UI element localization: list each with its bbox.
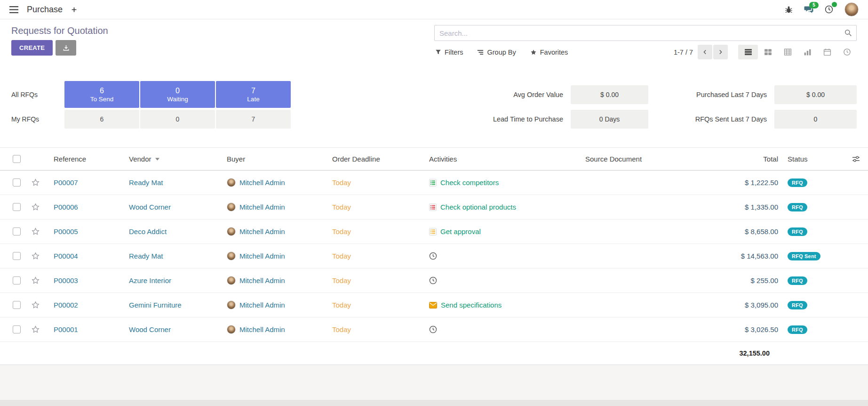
activity-link[interactable]: Get approval xyxy=(440,227,481,235)
app-name[interactable]: Purchase xyxy=(27,5,63,15)
vendor-link[interactable]: Gemini Furniture xyxy=(129,301,182,309)
status-badge: RFQ xyxy=(788,301,807,309)
vendor-link[interactable]: Ready Mat xyxy=(129,179,163,187)
user-menu-button[interactable] xyxy=(843,0,860,18)
filters-button[interactable]: Filters xyxy=(434,47,464,58)
search-icon[interactable] xyxy=(844,29,852,37)
vendor-link[interactable]: Wood Corner xyxy=(129,325,171,333)
activity-link[interactable]: Check optional products xyxy=(440,203,516,211)
row-checkbox[interactable] xyxy=(13,325,21,333)
row-checkbox[interactable] xyxy=(13,252,21,260)
create-button[interactable]: CREATE xyxy=(11,40,53,56)
vendor-link[interactable]: Deco Addict xyxy=(129,227,167,235)
total-amount: $ 1,222.50 xyxy=(745,179,778,187)
activity-clock-icon[interactable] xyxy=(429,325,437,333)
activity-list-icon[interactable] xyxy=(429,203,437,211)
favorite-star-icon[interactable] xyxy=(31,227,40,236)
favorite-star-icon[interactable] xyxy=(31,276,40,285)
filters-label: Filters xyxy=(445,49,463,56)
kpi-count: 7 xyxy=(251,86,255,95)
kpi-to-send[interactable]: 6 To Send xyxy=(64,81,139,108)
column-header-vendor[interactable]: Vendor xyxy=(121,148,219,170)
favorite-star-icon[interactable] xyxy=(31,300,40,309)
activities-button[interactable] xyxy=(823,3,835,16)
column-header-deadline[interactable]: Order Deadline xyxy=(325,148,422,170)
row-checkbox[interactable] xyxy=(13,179,21,187)
favorite-star-icon[interactable] xyxy=(31,252,40,260)
vendor-link[interactable]: Wood Corner xyxy=(129,203,171,211)
kpi-my-to-send[interactable]: 6 xyxy=(64,110,139,129)
vendor-link[interactable]: Ready Mat xyxy=(129,252,163,260)
reference-link[interactable]: P00005 xyxy=(54,227,78,235)
row-checkbox[interactable] xyxy=(13,276,21,284)
favorite-star-icon[interactable] xyxy=(31,203,40,211)
buyer-link[interactable]: Mitchell Admin xyxy=(239,325,285,333)
pager-previous-button[interactable] xyxy=(698,45,712,59)
messages-button[interactable]: 5 xyxy=(802,4,815,16)
column-header-buyer[interactable]: Buyer xyxy=(219,148,325,170)
menu-button[interactable] xyxy=(8,4,20,15)
activity-view-button[interactable] xyxy=(837,45,857,59)
favorites-button[interactable]: Favorites xyxy=(529,47,569,58)
pivot-view-button[interactable] xyxy=(778,45,797,59)
kanban-view-button[interactable] xyxy=(758,45,778,59)
download-button[interactable] xyxy=(56,40,76,56)
column-header-status[interactable]: Status xyxy=(785,148,844,170)
reference-link[interactable]: P00006 xyxy=(54,203,78,211)
activity-envelope-icon[interactable] xyxy=(429,302,437,309)
row-checkbox[interactable] xyxy=(13,203,21,211)
graph-view-button[interactable] xyxy=(797,45,817,59)
kpi-waiting[interactable]: 0 Waiting xyxy=(140,81,215,108)
row-checkbox[interactable] xyxy=(13,227,21,235)
column-header-reference[interactable]: Reference xyxy=(46,148,121,170)
table-row[interactable]: P00005 Deco Addict Mitchell Admin Today … xyxy=(0,219,868,244)
table-row[interactable]: P00001 Wood Corner Mitchell Admin Today … xyxy=(0,317,868,342)
dashboard-stats: Avg Order Value $ 0.00 Purchased Last 7 … xyxy=(469,81,857,129)
kpi-late[interactable]: 7 Late xyxy=(216,81,291,108)
table-row[interactable]: P00007 Ready Mat Mitchell Admin Today Ch… xyxy=(0,171,868,195)
status-badge: RFQ Sent xyxy=(788,252,820,260)
buyer-link[interactable]: Mitchell Admin xyxy=(239,179,285,187)
favorite-star-icon[interactable] xyxy=(31,178,40,187)
reference-link[interactable]: P00001 xyxy=(54,325,78,333)
buyer-link[interactable]: Mitchell Admin xyxy=(239,301,285,309)
buyer-link[interactable]: Mitchell Admin xyxy=(239,276,285,284)
reference-link[interactable]: P00003 xyxy=(54,276,78,284)
activity-clock-icon[interactable] xyxy=(429,252,437,260)
favorite-star-icon[interactable] xyxy=(31,325,40,334)
table-row[interactable]: P00003 Azure Interior Mitchell Admin Tod… xyxy=(0,268,868,293)
activity-list-icon[interactable] xyxy=(429,179,437,187)
activity-clock-icon[interactable] xyxy=(429,276,437,284)
column-header-total[interactable]: Total xyxy=(698,148,785,170)
select-all-checkbox[interactable] xyxy=(13,155,21,163)
column-header-activities[interactable]: Activities xyxy=(422,148,578,170)
activity-list-icon[interactable] xyxy=(429,228,437,235)
activity-link[interactable]: Send specifications xyxy=(441,301,502,309)
buyer-avatar xyxy=(227,227,236,236)
row-checkbox[interactable] xyxy=(13,301,21,309)
kpi-my-waiting[interactable]: 0 xyxy=(140,110,215,129)
optional-columns-icon[interactable] xyxy=(852,155,860,163)
list-view-button[interactable] xyxy=(738,45,758,59)
reference-link[interactable]: P00002 xyxy=(54,301,78,309)
list-view-icon xyxy=(744,48,752,56)
table-row[interactable]: P00002 Gemini Furniture Mitchell Admin T… xyxy=(0,293,868,317)
buyer-link[interactable]: Mitchell Admin xyxy=(239,227,285,235)
favorites-label: Favorites xyxy=(540,49,568,56)
group-by-button[interactable]: Group By xyxy=(476,47,517,58)
activity-link[interactable]: Check competitors xyxy=(440,179,499,187)
buyer-link[interactable]: Mitchell Admin xyxy=(239,203,285,211)
new-tab-button[interactable] xyxy=(69,5,79,15)
reference-link[interactable]: P00004 xyxy=(54,252,78,260)
table-row[interactable]: P00004 Ready Mat Mitchell Admin Today $ … xyxy=(0,244,868,268)
reference-link[interactable]: P00007 xyxy=(54,179,78,187)
debug-button[interactable] xyxy=(783,4,795,16)
calendar-view-button[interactable] xyxy=(817,45,837,59)
buyer-link[interactable]: Mitchell Admin xyxy=(239,252,285,260)
column-header-source[interactable]: Source Document xyxy=(578,148,698,170)
kpi-my-late[interactable]: 7 xyxy=(216,110,291,129)
vendor-link[interactable]: Azure Interior xyxy=(129,276,171,284)
table-row[interactable]: P00006 Wood Corner Mitchell Admin Today … xyxy=(0,195,868,219)
pager-next-button[interactable] xyxy=(713,45,728,59)
search-input[interactable] xyxy=(435,25,856,41)
